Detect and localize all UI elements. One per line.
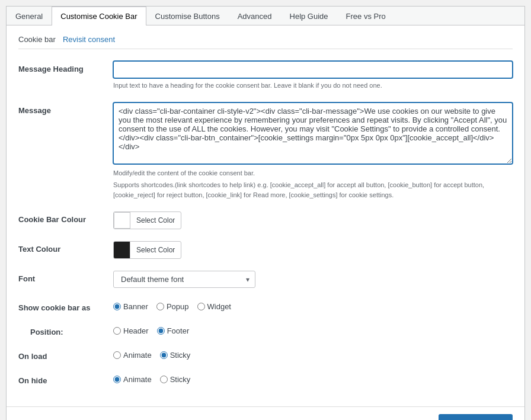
message-heading-row: Message Heading Input text to have a hea…	[18, 61, 513, 91]
cookie-bar-colour-btn-label: Select Color	[130, 214, 181, 227]
on-hide-animate-label: Animate	[123, 375, 152, 384]
tab-customise-cookie-bar[interactable]: Customise Cookie Bar	[52, 7, 146, 25]
cookie-bar-colour-label: Cookie Bar Colour	[18, 211, 113, 224]
show-cookie-bar-row: Show cookie bar as Banner Popup Widget	[18, 300, 513, 312]
position-radio-group: Header Footer	[113, 324, 513, 335]
font-select-wrap: Default theme font Arial Georgia Verdana…	[113, 271, 255, 288]
show-cookie-bar-widget[interactable]: Widget	[197, 302, 231, 311]
on-load-row: On load Animate Sticky	[18, 348, 513, 361]
on-load-sticky-radio[interactable]	[160, 351, 168, 359]
tab-advanced[interactable]: Advanced	[229, 7, 281, 25]
on-hide-field: Animate Sticky	[113, 373, 513, 384]
revisit-consent-link[interactable]: Revisit consent	[63, 35, 115, 44]
show-cookie-bar-banner-radio[interactable]	[113, 303, 121, 310]
on-hide-row: On hide Animate Sticky	[18, 373, 513, 385]
on-load-sticky-label: Sticky	[170, 351, 191, 360]
message-heading-input[interactable]	[113, 61, 513, 78]
on-load-label: On load	[18, 348, 113, 361]
on-hide-radio-group: Animate Sticky	[113, 373, 513, 384]
on-hide-animate[interactable]: Animate	[113, 375, 152, 384]
message-label: Message	[18, 102, 113, 115]
position-header[interactable]: Header	[113, 326, 149, 335]
on-hide-animate-radio[interactable]	[113, 376, 121, 383]
message-heading-help: Input text to have a heading for the coo…	[113, 81, 513, 91]
cookie-bar-colour-field: Select Color	[113, 211, 513, 229]
on-hide-label: On hide	[18, 373, 113, 385]
show-cookie-bar-widget-label: Widget	[207, 302, 231, 311]
position-field: Header Footer	[113, 324, 513, 335]
position-footer-radio[interactable]	[157, 327, 165, 335]
text-colour-label: Text Colour	[18, 241, 113, 254]
on-hide-sticky-label: Sticky	[170, 375, 191, 384]
message-heading-label: Message Heading	[18, 61, 113, 73]
text-colour-swatch	[114, 242, 130, 258]
on-hide-sticky-radio[interactable]	[160, 376, 168, 383]
show-cookie-bar-banner-label: Banner	[123, 302, 148, 311]
cookie-bar-colour-row: Cookie Bar Colour Select Color	[18, 211, 513, 229]
cookie-bar-colour-swatch	[114, 212, 130, 229]
position-label: Position:	[18, 324, 113, 336]
sub-nav: Cookie bar Revisit consent	[18, 35, 513, 49]
settings-panel: General Customise Cookie Bar Customise B…	[6, 6, 525, 420]
position-row: Position: Header Footer	[18, 324, 513, 336]
position-header-label: Header	[123, 326, 149, 335]
message-heading-field: Input text to have a heading for the coo…	[113, 61, 513, 91]
message-textarea[interactable]	[113, 102, 513, 164]
content-area: Cookie bar Revisit consent Message Headi…	[7, 25, 524, 406]
show-cookie-bar-popup-label: Popup	[167, 302, 189, 311]
message-help-1: Modify/edit the content of the cookie co…	[113, 168, 513, 178]
footer-bar: Update Settings	[7, 406, 524, 420]
show-cookie-bar-field: Banner Popup Widget	[113, 300, 513, 311]
text-colour-button[interactable]: Select Color	[113, 241, 181, 259]
position-header-radio[interactable]	[113, 327, 121, 335]
show-cookie-bar-popup-radio[interactable]	[156, 303, 164, 310]
on-load-sticky[interactable]: Sticky	[160, 351, 191, 360]
message-row: Message Modify/edit the content of the c…	[18, 102, 513, 200]
on-load-animate[interactable]: Animate	[113, 351, 152, 360]
text-colour-row: Text Colour Select Color	[18, 241, 513, 259]
tab-general[interactable]: General	[7, 7, 52, 25]
subnav-item: Cookie bar	[18, 35, 56, 44]
font-select[interactable]: Default theme font Arial Georgia Verdana…	[113, 271, 255, 288]
show-cookie-bar-banner[interactable]: Banner	[113, 302, 148, 311]
show-cookie-bar-widget-radio[interactable]	[197, 303, 205, 310]
show-cookie-bar-radio-group: Banner Popup Widget	[113, 300, 513, 311]
on-load-animate-label: Animate	[123, 351, 152, 360]
message-help-2: Supports shortcodes.(link shortcodes to …	[113, 180, 513, 200]
on-load-field: Animate Sticky	[113, 348, 513, 360]
font-row: Font Default theme font Arial Georgia Ve…	[18, 271, 513, 288]
tab-free-vs-pro[interactable]: Free vs Pro	[337, 7, 395, 25]
position-footer-label: Footer	[167, 326, 190, 335]
cookie-bar-colour-button[interactable]: Select Color	[113, 211, 181, 229]
text-colour-field: Select Color	[113, 241, 513, 259]
update-settings-button[interactable]: Update Settings	[439, 414, 513, 420]
text-colour-btn-label: Select Color	[130, 243, 181, 257]
font-label: Font	[18, 271, 113, 283]
tab-bar: General Customise Cookie Bar Customise B…	[7, 7, 524, 25]
on-load-radio-group: Animate Sticky	[113, 348, 513, 360]
on-load-animate-radio[interactable]	[113, 351, 121, 359]
message-field: Modify/edit the content of the cookie co…	[113, 102, 513, 200]
show-cookie-bar-popup[interactable]: Popup	[156, 302, 189, 311]
tab-help-guide[interactable]: Help Guide	[281, 7, 337, 25]
font-field: Default theme font Arial Georgia Verdana…	[113, 271, 513, 288]
on-hide-sticky[interactable]: Sticky	[160, 375, 191, 384]
position-footer[interactable]: Footer	[157, 326, 190, 335]
show-cookie-bar-label: Show cookie bar as	[18, 300, 113, 312]
tab-customise-buttons[interactable]: Customise Buttons	[146, 7, 229, 25]
